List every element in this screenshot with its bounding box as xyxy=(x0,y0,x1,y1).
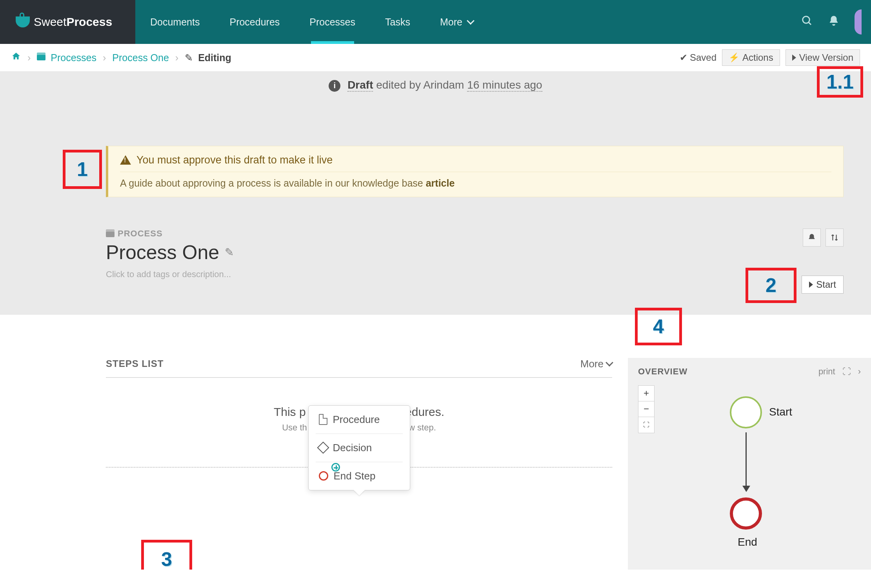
play-icon xyxy=(809,281,813,288)
flow-end-node[interactable] xyxy=(730,497,762,530)
annotation-3: 3 xyxy=(141,540,192,570)
chevron-right-icon[interactable]: › xyxy=(858,367,861,377)
layers-icon xyxy=(106,229,115,238)
reorder-button[interactable] xyxy=(826,229,844,247)
pencil-icon[interactable]: ✎ xyxy=(225,246,234,259)
alert-title-text: You must approve this draft to make it l… xyxy=(136,154,333,166)
layers-icon xyxy=(37,53,45,61)
status-edited-by: edited by Arindam xyxy=(376,79,464,91)
steps-list-title: STEPS LIST xyxy=(106,358,164,369)
caret-right-icon xyxy=(792,54,796,61)
alert-subtext: A guide about approving a process is ava… xyxy=(120,178,831,189)
overview-title: OVERVIEW xyxy=(638,367,687,377)
avatar[interactable] xyxy=(855,9,862,34)
crumb-sep: › xyxy=(103,52,106,64)
diamond-icon xyxy=(317,442,329,454)
crumb-sep: › xyxy=(27,52,31,64)
steps-more-menu[interactable]: More xyxy=(580,358,612,370)
warning-icon xyxy=(120,155,131,165)
process-header: PROCESS Process One ✎ Click to add tags … xyxy=(106,229,844,279)
nav-more[interactable]: More xyxy=(425,0,488,44)
flow-start-node[interactable] xyxy=(730,396,762,428)
document-icon xyxy=(319,414,327,425)
notify-button[interactable] xyxy=(803,229,821,247)
saved-indicator: ✔ Saved xyxy=(680,52,716,63)
tags-description-hint[interactable]: Click to add tags or description... xyxy=(106,269,844,279)
plus-circle-icon xyxy=(331,463,340,472)
nav-tasks[interactable]: Tasks xyxy=(370,0,425,44)
steps-header: STEPS LIST More xyxy=(106,358,612,378)
flow-start-label: Start xyxy=(769,406,792,418)
actions-button[interactable]: ⚡Actions xyxy=(722,49,780,66)
svg-point-0 xyxy=(803,16,810,23)
flow-end-label: End xyxy=(738,536,757,548)
zoom-fit-button[interactable]: ⛶ xyxy=(638,417,654,433)
start-button[interactable]: Start xyxy=(802,276,844,294)
cup-icon xyxy=(16,16,30,27)
bell-icon[interactable] xyxy=(828,15,840,29)
nav-right xyxy=(801,0,871,44)
chevron-down-icon xyxy=(467,17,475,25)
nav-processes[interactable]: Processes xyxy=(295,0,370,44)
flow-arrow xyxy=(746,432,747,491)
nav-documents[interactable]: Documents xyxy=(135,0,215,44)
popup-procedure[interactable]: Procedure xyxy=(309,406,410,434)
editor-body: STEPS LIST More This process has no proc… xyxy=(0,315,871,570)
nav-procedures[interactable]: Procedures xyxy=(215,0,295,44)
search-icon[interactable] xyxy=(801,15,813,29)
crumb-sep: › xyxy=(175,52,178,64)
crumb-right: ✔ Saved ⚡Actions View Version xyxy=(680,49,860,66)
zoom-out-button[interactable]: − xyxy=(638,401,654,417)
breadcrumb-bar: › Processes › Process One › ✎ Editing ✔ … xyxy=(0,44,871,72)
crumb-processes[interactable]: Processes xyxy=(37,52,96,64)
view-version-button[interactable]: View Version xyxy=(786,49,860,66)
home-icon[interactable] xyxy=(11,51,21,64)
top-nav: SweetProcess Documents Procedures Proces… xyxy=(0,0,871,44)
status-strip: i Draft edited by Arindam 16 minutes ago… xyxy=(0,72,871,99)
popup-end-step[interactable]: End Step xyxy=(309,462,410,490)
info-icon[interactable]: i xyxy=(329,80,340,92)
popup-decision[interactable]: Decision xyxy=(309,434,410,462)
process-title[interactable]: Process One ✎ xyxy=(106,241,844,264)
chevron-down-icon xyxy=(606,359,613,367)
status-time[interactable]: 16 minutes ago xyxy=(467,79,542,92)
overview-header: OVERVIEW print ⛶ › xyxy=(638,367,861,377)
brand[interactable]: SweetProcess xyxy=(0,0,135,44)
annotation-1: 1 xyxy=(63,150,102,189)
steps-column: STEPS LIST More This process has no proc… xyxy=(0,358,628,570)
status-draft[interactable]: Draft xyxy=(347,79,373,92)
zoom-in-button[interactable]: + xyxy=(638,386,654,401)
add-step-popup: Procedure Decision End Step xyxy=(308,405,410,490)
overview-panel: 4 OVERVIEW print ⛶ › + − ⛶ Start End xyxy=(628,358,871,570)
zoom-controls: + − ⛶ xyxy=(638,385,655,433)
nav-items: Documents Procedures Processes Tasks Mor… xyxy=(135,0,488,44)
end-circle-icon xyxy=(319,471,328,481)
editor-header-area: 1 You must approve this draft to make it… xyxy=(0,99,871,315)
svg-line-1 xyxy=(809,22,811,24)
approve-draft-alert: You must approve this draft to make it l… xyxy=(106,146,844,197)
crumb-editing: ✎ Editing xyxy=(185,52,231,64)
alert-article-link[interactable]: article xyxy=(426,178,455,189)
process-label: PROCESS xyxy=(106,229,844,239)
crumb-process-one[interactable]: Process One xyxy=(112,52,169,64)
pencil-icon: ✎ xyxy=(185,52,193,63)
overview-print[interactable]: print xyxy=(818,367,835,377)
flow-diagram: Start End xyxy=(691,396,808,561)
expand-icon[interactable]: ⛶ xyxy=(842,367,851,377)
brand-text: SweetProcess xyxy=(34,15,112,29)
